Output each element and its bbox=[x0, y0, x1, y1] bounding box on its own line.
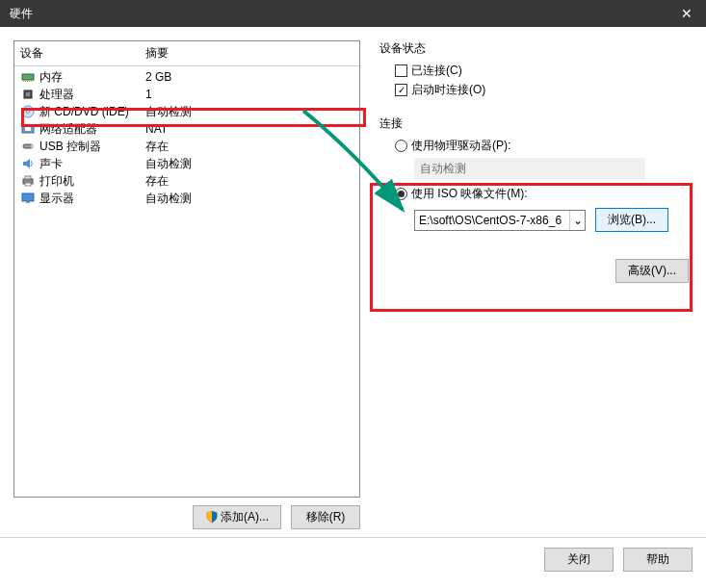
close-dialog-button[interactable]: 关闭 bbox=[544, 548, 614, 572]
use-iso-radio[interactable]: 使用 ISO 映像文件(M): bbox=[395, 186, 693, 202]
iso-line: E:\soft\OS\CentOS-7-x86_6 ⌄ 浏览(B)... bbox=[414, 208, 693, 232]
device-row[interactable]: 网络适配器NAT bbox=[14, 120, 359, 138]
remove-button[interactable]: 移除(R) bbox=[291, 505, 360, 529]
device-row[interactable]: 内存2 GB bbox=[14, 68, 359, 86]
device-row[interactable]: USB 控制器存在 bbox=[14, 138, 359, 155]
device-summary: 自动检测 bbox=[144, 191, 359, 207]
device-summary: NAT bbox=[144, 122, 359, 136]
svg-rect-7 bbox=[26, 92, 30, 96]
device-row[interactable]: 声卡自动检测 bbox=[14, 155, 359, 172]
net-icon bbox=[20, 121, 36, 137]
device-status-label: 设备状态 bbox=[379, 40, 693, 57]
connection-group: 连接 使用物理驱动器(P): 自动检测 使用 ISO 映像文件(M): E:\s… bbox=[379, 115, 693, 283]
header-device[interactable]: 设备 bbox=[14, 41, 140, 65]
device-name: 网络适配器 bbox=[39, 121, 144, 138]
device-name: 处理器 bbox=[39, 87, 144, 103]
device-list-header: 设备 摘要 bbox=[14, 41, 359, 66]
svg-rect-2 bbox=[25, 80, 26, 82]
device-summary: 2 GB bbox=[144, 70, 359, 84]
connected-checkbox[interactable]: 已连接(C) bbox=[395, 63, 693, 79]
svg-rect-18 bbox=[26, 201, 30, 203]
disc-icon bbox=[20, 104, 36, 119]
dialog-title: 硬件 bbox=[10, 6, 667, 22]
svg-rect-15 bbox=[25, 176, 31, 179]
device-summary: 自动检测 bbox=[144, 156, 359, 172]
device-name: 打印机 bbox=[39, 173, 144, 190]
dialog-footer: 关闭 帮助 bbox=[0, 537, 706, 581]
dialog-body: 设备 摘要 内存2 GB处理器1新 CD/DVD (IDE)自动检测网络适配器N… bbox=[0, 27, 706, 537]
checkbox-icon: ✓ bbox=[395, 84, 407, 96]
device-name: 声卡 bbox=[39, 156, 144, 172]
browse-button[interactable]: 浏览(B)... bbox=[595, 208, 668, 232]
device-name: USB 控制器 bbox=[39, 139, 144, 155]
svg-rect-1 bbox=[23, 80, 24, 82]
device-row[interactable]: 处理器1 bbox=[14, 86, 359, 103]
printer-icon bbox=[20, 173, 36, 189]
memory-icon bbox=[20, 69, 36, 85]
radio-icon bbox=[395, 188, 407, 200]
device-summary: 自动检测 bbox=[144, 104, 359, 120]
cpu-icon bbox=[20, 87, 36, 102]
left-buttons: 添加(A)... 移除(R) bbox=[13, 498, 360, 537]
startup-connect-checkbox[interactable]: ✓ 启动时连接(O) bbox=[395, 82, 693, 98]
device-status-group: 设备状态 已连接(C) ✓ 启动时连接(O) bbox=[379, 40, 693, 98]
radio-icon bbox=[395, 140, 407, 152]
iso-path-combo[interactable]: E:\soft\OS\CentOS-7-x86_6 ⌄ bbox=[414, 210, 586, 231]
device-name: 内存 bbox=[39, 69, 144, 86]
svg-rect-0 bbox=[22, 74, 34, 80]
shield-icon bbox=[205, 510, 219, 524]
device-row[interactable]: 新 CD/DVD (IDE)自动检测 bbox=[14, 103, 359, 120]
device-summary: 存在 bbox=[144, 173, 359, 190]
connection-label: 连接 bbox=[379, 115, 693, 132]
svg-rect-3 bbox=[27, 80, 28, 82]
device-summary: 存在 bbox=[144, 139, 359, 155]
device-rows: 内存2 GB处理器1新 CD/DVD (IDE)自动检测网络适配器NATUSB … bbox=[14, 66, 359, 207]
device-row[interactable]: 显示器自动检测 bbox=[14, 190, 359, 207]
svg-rect-4 bbox=[29, 80, 30, 82]
header-summary[interactable]: 摘要 bbox=[140, 41, 359, 65]
svg-rect-17 bbox=[22, 193, 34, 201]
svg-rect-11 bbox=[25, 127, 31, 131]
usb-icon bbox=[20, 139, 36, 154]
svg-rect-16 bbox=[25, 183, 31, 186]
checkbox-icon bbox=[395, 64, 407, 77]
physical-drive-select[interactable]: 自动检测 bbox=[414, 158, 645, 180]
device-list: 设备 摘要 内存2 GB处理器1新 CD/DVD (IDE)自动检测网络适配器N… bbox=[13, 40, 360, 498]
svg-rect-13 bbox=[31, 145, 34, 148]
svg-point-9 bbox=[27, 111, 30, 114]
left-panel: 设备 摘要 内存2 GB处理器1新 CD/DVD (IDE)自动检测网络适配器N… bbox=[13, 40, 360, 537]
add-button[interactable]: 添加(A)... bbox=[193, 505, 281, 529]
display-icon bbox=[20, 191, 36, 206]
right-panel: 设备状态 已连接(C) ✓ 启动时连接(O) 连接 使用物理驱动器(P): 自动… bbox=[376, 40, 693, 537]
chevron-down-icon[interactable]: ⌄ bbox=[569, 211, 585, 230]
title-bar: 硬件 ✕ bbox=[0, 0, 706, 27]
device-name: 新 CD/DVD (IDE) bbox=[39, 104, 144, 120]
close-button[interactable]: ✕ bbox=[667, 0, 706, 27]
advanced-button[interactable]: 高级(V)... bbox=[615, 259, 689, 283]
device-summary: 1 bbox=[144, 88, 359, 101]
svg-rect-5 bbox=[31, 80, 32, 82]
help-button[interactable]: 帮助 bbox=[623, 548, 693, 572]
device-row[interactable]: 打印机存在 bbox=[14, 172, 359, 190]
device-name: 显示器 bbox=[39, 191, 144, 207]
sound-icon bbox=[20, 156, 36, 171]
use-physical-radio[interactable]: 使用物理驱动器(P): bbox=[395, 138, 693, 154]
